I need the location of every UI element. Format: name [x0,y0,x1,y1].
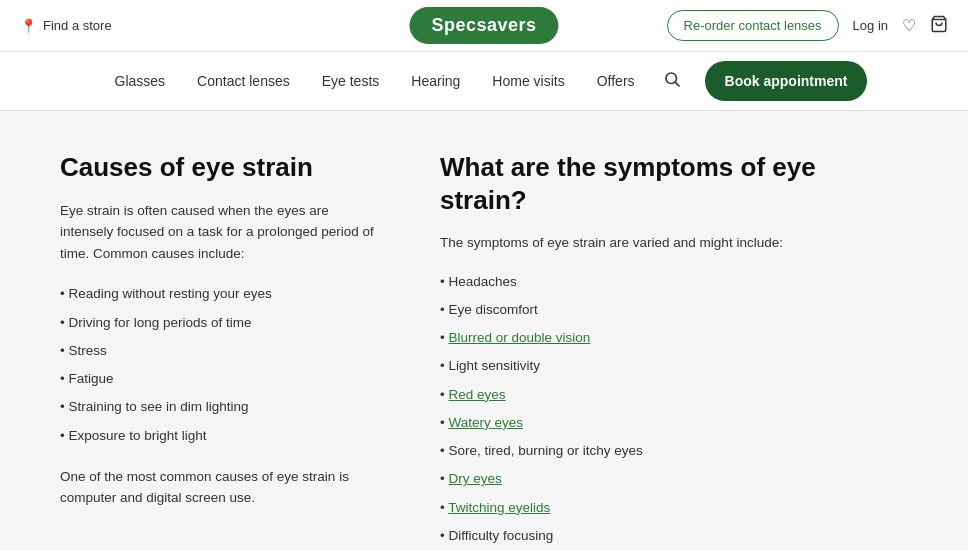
bag-button[interactable] [930,15,948,37]
nav-hearing[interactable]: Hearing [397,55,474,107]
nav-contact-lenses[interactable]: Contact lenses [183,55,304,107]
bag-icon [930,19,948,36]
find-store[interactable]: 📍 Find a store [20,18,112,34]
list-item: Difficulty focusing [440,522,880,550]
nav-eye-tests[interactable]: Eye tests [308,55,394,107]
list-item: Fatigue [60,365,380,393]
specsavers-logo[interactable]: Specsavers [409,7,558,44]
svg-point-1 [666,73,677,84]
list-item: Light sensitivity [440,352,880,380]
nav-home-visits[interactable]: Home visits [478,55,578,107]
watery-eyes-link[interactable]: Watery eyes [448,415,523,430]
main-nav: Glasses Contact lenses Eye tests Hearing… [0,52,968,111]
location-icon: 📍 [20,18,37,34]
find-store-label: Find a store [43,18,112,33]
blurred-vision-link[interactable]: Blurred or double vision [448,330,590,345]
symptoms-list: Headaches Eye discomfort Blurred or doub… [440,268,880,550]
list-item-dry-eyes[interactable]: Dry eyes [440,465,880,493]
reorder-contact-lenses-button[interactable]: Re-order contact lenses [667,10,839,41]
nav-glasses[interactable]: Glasses [101,55,180,107]
logo-container: Specsavers [409,7,558,44]
list-item: Stress [60,337,380,365]
list-item-red-eyes[interactable]: Red eyes [440,381,880,409]
login-button[interactable]: Log in [853,18,888,33]
list-item: Eye discomfort [440,296,880,324]
main-content: Causes of eye strain Eye strain is often… [0,111,968,550]
causes-list: Reading without resting your eyes Drivin… [60,280,380,450]
dry-eyes-link[interactable]: Dry eyes [448,471,501,486]
list-item-blurred-vision[interactable]: Blurred or double vision [440,324,880,352]
causes-footer: One of the most common causes of eye str… [60,466,380,509]
top-bar: 📍 Find a store Specsavers Re-order conta… [0,0,968,52]
wishlist-button[interactable]: ♡ [902,16,916,35]
heart-icon: ♡ [902,17,916,34]
twitching-eyelids-link[interactable]: Twitching eyelids [448,500,550,515]
svg-line-2 [675,82,679,86]
list-item: Sore, tired, burning or itchy eyes [440,437,880,465]
causes-title: Causes of eye strain [60,151,380,184]
top-right-actions: Re-order contact lenses Log in ♡ [667,10,948,41]
causes-intro: Eye strain is often caused when the eyes… [60,200,380,265]
symptoms-intro: The symptoms of eye strain are varied an… [440,232,880,254]
book-appointment-button[interactable]: Book appointment [705,61,868,101]
search-button[interactable] [653,52,691,110]
symptoms-title: What are the symptoms of eye strain? [440,151,880,216]
list-item: Exposure to bright light [60,422,380,450]
red-eyes-link[interactable]: Red eyes [448,387,505,402]
nav-offers[interactable]: Offers [583,55,649,107]
right-column: What are the symptoms of eye strain? The… [440,151,880,550]
list-item-watery-eyes[interactable]: Watery eyes [440,409,880,437]
list-item-twitching-eyelids[interactable]: Twitching eyelids [440,494,880,522]
list-item: Driving for long periods of time [60,309,380,337]
list-item: Reading without resting your eyes [60,280,380,308]
list-item: Headaches [440,268,880,296]
left-column: Causes of eye strain Eye strain is often… [60,151,380,550]
list-item: Straining to see in dim lighting [60,393,380,421]
